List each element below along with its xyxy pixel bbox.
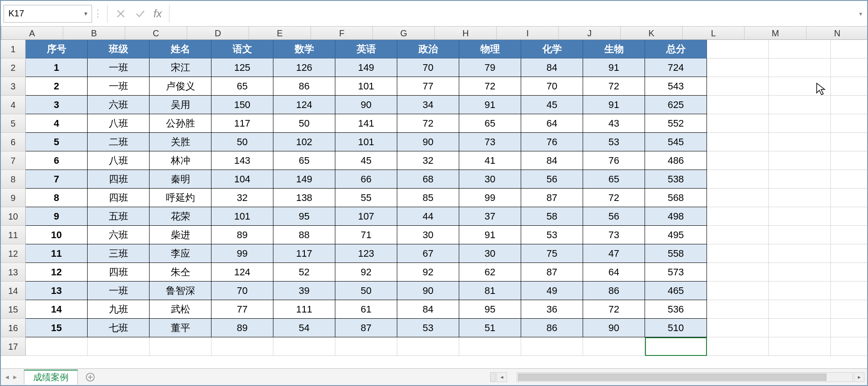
cell-K10[interactable]: 498 bbox=[645, 207, 707, 226]
cell-F6[interactable]: 101 bbox=[335, 133, 397, 151]
column-header-E[interactable]: E bbox=[249, 27, 311, 39]
cell-L12[interactable] bbox=[707, 244, 769, 263]
cell-I5[interactable]: 64 bbox=[521, 114, 583, 133]
row-header-13[interactable]: 13 bbox=[1, 263, 26, 282]
row-header-5[interactable]: 5 bbox=[1, 114, 26, 133]
cell-B1[interactable]: 班级 bbox=[88, 40, 150, 58]
cell-M8[interactable] bbox=[769, 170, 831, 189]
cell-I16[interactable]: 86 bbox=[521, 319, 583, 337]
cell-K3[interactable]: 543 bbox=[645, 77, 707, 96]
cell-F9[interactable]: 55 bbox=[335, 189, 397, 207]
cell-L11[interactable] bbox=[707, 226, 769, 244]
cell-J16[interactable]: 90 bbox=[583, 319, 645, 337]
cell-H1[interactable]: 物理 bbox=[459, 40, 521, 58]
cell-K9[interactable]: 568 bbox=[645, 189, 707, 207]
cell-F1[interactable]: 英语 bbox=[335, 40, 397, 58]
cell-B14[interactable]: 一班 bbox=[88, 282, 150, 300]
sheet-tab-active[interactable]: 成绩案例 bbox=[24, 370, 78, 385]
cell-C8[interactable]: 秦明 bbox=[150, 170, 211, 189]
cell-M12[interactable] bbox=[769, 244, 831, 263]
column-header-J[interactable]: J bbox=[559, 27, 621, 39]
cell-F12[interactable]: 123 bbox=[335, 244, 397, 263]
row-header-6[interactable]: 6 bbox=[1, 133, 26, 151]
cell-I10[interactable]: 58 bbox=[521, 207, 583, 226]
cell-F10[interactable]: 107 bbox=[335, 207, 397, 226]
column-header-M[interactable]: M bbox=[745, 27, 807, 39]
cell-A6[interactable]: 5 bbox=[26, 133, 88, 151]
cell-I8[interactable]: 56 bbox=[521, 170, 583, 189]
cell-B9[interactable]: 四班 bbox=[88, 189, 150, 207]
cell-K13[interactable]: 573 bbox=[645, 263, 707, 282]
cell-K8[interactable]: 538 bbox=[645, 170, 707, 189]
cell-I7[interactable]: 84 bbox=[521, 151, 583, 170]
cell-I11[interactable]: 53 bbox=[521, 226, 583, 244]
cell-B16[interactable]: 七班 bbox=[88, 319, 150, 337]
row-header-12[interactable]: 12 bbox=[1, 244, 26, 263]
cell-G9[interactable]: 85 bbox=[397, 189, 459, 207]
row-header-14[interactable]: 14 bbox=[1, 282, 26, 300]
cell-C1[interactable]: 姓名 bbox=[150, 40, 211, 58]
cell-J4[interactable]: 91 bbox=[583, 96, 645, 114]
cell-E12[interactable]: 117 bbox=[273, 244, 335, 263]
cell-I2[interactable]: 84 bbox=[521, 58, 583, 77]
cell-B3[interactable]: 一班 bbox=[88, 77, 150, 96]
cell-J6[interactable]: 53 bbox=[583, 133, 645, 151]
row-header-10[interactable]: 10 bbox=[1, 207, 26, 226]
cell-C12[interactable]: 李应 bbox=[150, 244, 211, 263]
cell-N10[interactable] bbox=[831, 207, 867, 226]
cell-N13[interactable] bbox=[831, 263, 867, 282]
cell-L3[interactable] bbox=[707, 77, 769, 96]
cell-K1[interactable]: 总分 bbox=[645, 40, 707, 58]
cell-M6[interactable] bbox=[769, 133, 831, 151]
cell-J5[interactable]: 43 bbox=[583, 114, 645, 133]
cell-B7[interactable]: 八班 bbox=[88, 151, 150, 170]
cell-M14[interactable] bbox=[769, 282, 831, 300]
cell-E16[interactable]: 54 bbox=[273, 319, 335, 337]
cell-L2[interactable] bbox=[707, 58, 769, 77]
cell-A16[interactable]: 15 bbox=[26, 319, 88, 337]
row-header-2[interactable]: 2 bbox=[1, 58, 26, 77]
column-header-I[interactable]: I bbox=[497, 27, 559, 39]
cell-E17[interactable] bbox=[273, 337, 335, 356]
cell-C16[interactable]: 董平 bbox=[150, 319, 211, 337]
cell-J15[interactable]: 72 bbox=[583, 300, 645, 319]
cell-K12[interactable]: 558 bbox=[645, 244, 707, 263]
column-header-C[interactable]: C bbox=[125, 27, 187, 39]
cell-M5[interactable] bbox=[769, 114, 831, 133]
row-header-3[interactable]: 3 bbox=[1, 77, 26, 96]
cell-D3[interactable]: 65 bbox=[211, 77, 273, 96]
cell-A2[interactable]: 1 bbox=[26, 58, 88, 77]
cell-H3[interactable]: 72 bbox=[459, 77, 521, 96]
column-header-G[interactable]: G bbox=[373, 27, 435, 39]
cell-N17[interactable] bbox=[831, 337, 867, 356]
cell-H12[interactable]: 30 bbox=[459, 244, 521, 263]
cell-G4[interactable]: 34 bbox=[397, 96, 459, 114]
row-header-4[interactable]: 4 bbox=[1, 96, 26, 114]
cell-B15[interactable]: 九班 bbox=[88, 300, 150, 319]
cell-J8[interactable]: 65 bbox=[583, 170, 645, 189]
cell-B10[interactable]: 五班 bbox=[88, 207, 150, 226]
cell-G6[interactable]: 90 bbox=[397, 133, 459, 151]
row-header-17[interactable]: 17 bbox=[1, 337, 26, 356]
cell-I13[interactable]: 87 bbox=[521, 263, 583, 282]
cell-G3[interactable]: 77 bbox=[397, 77, 459, 96]
cell-M9[interactable] bbox=[769, 189, 831, 207]
row-header-7[interactable]: 7 bbox=[1, 151, 26, 170]
cell-N7[interactable] bbox=[831, 151, 867, 170]
next-sheet-icon[interactable]: ▸ bbox=[13, 373, 17, 381]
cell-B12[interactable]: 三班 bbox=[88, 244, 150, 263]
cell-A17[interactable] bbox=[26, 337, 88, 356]
cell-N15[interactable] bbox=[831, 300, 867, 319]
cell-K4[interactable]: 625 bbox=[645, 96, 707, 114]
cell-A1[interactable]: 序号 bbox=[26, 40, 88, 58]
cell-N3[interactable] bbox=[831, 77, 867, 96]
cell-K7[interactable]: 486 bbox=[645, 151, 707, 170]
cell-I12[interactable]: 75 bbox=[521, 244, 583, 263]
cell-H16[interactable]: 51 bbox=[459, 319, 521, 337]
cell-G16[interactable]: 53 bbox=[397, 319, 459, 337]
cell-G1[interactable]: 政治 bbox=[397, 40, 459, 58]
cell-G14[interactable]: 90 bbox=[397, 282, 459, 300]
enter-button[interactable] bbox=[131, 5, 150, 23]
cell-E8[interactable]: 149 bbox=[273, 170, 335, 189]
row-header-16[interactable]: 16 bbox=[1, 319, 26, 337]
